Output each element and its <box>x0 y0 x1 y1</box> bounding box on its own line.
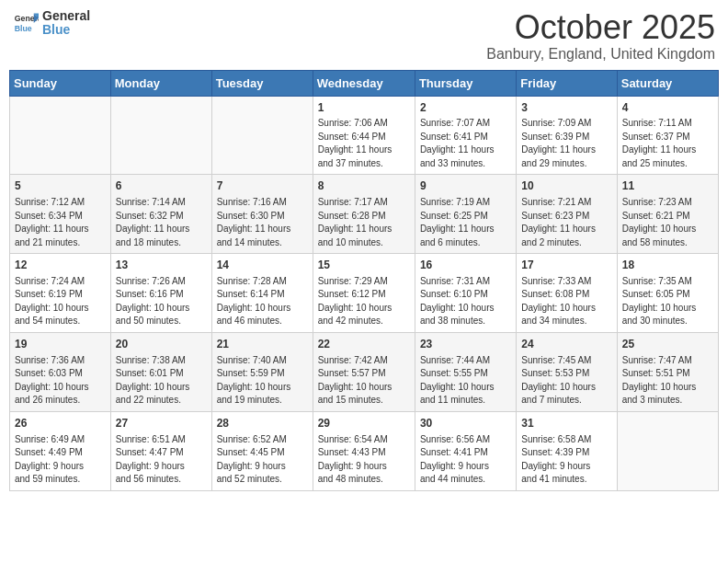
day-cell: 5Sunrise: 7:12 AM Sunset: 6:34 PM Daylig… <box>10 175 111 254</box>
logo-icon: General Blue <box>13 10 39 36</box>
day-number: 31 <box>521 416 611 431</box>
logo-text: General Blue <box>42 9 90 38</box>
week-row-5: 26Sunrise: 6:49 AM Sunset: 4:49 PM Dayli… <box>10 411 719 490</box>
day-number: 19 <box>15 337 106 352</box>
day-cell: 16Sunrise: 7:31 AM Sunset: 6:10 PM Dayli… <box>415 254 516 333</box>
week-row-2: 5Sunrise: 7:12 AM Sunset: 6:34 PM Daylig… <box>10 175 719 254</box>
header-row: SundayMondayTuesdayWednesdayThursdayFrid… <box>10 70 719 96</box>
day-cell: 18Sunrise: 7:35 AM Sunset: 6:05 PM Dayli… <box>617 254 718 333</box>
col-header-tuesday: Tuesday <box>211 70 313 96</box>
day-cell: 2Sunrise: 7:07 AM Sunset: 6:41 PM Daylig… <box>415 96 516 175</box>
day-number: 7 <box>217 178 308 194</box>
day-number: 6 <box>116 178 207 194</box>
day-cell: 13Sunrise: 7:26 AM Sunset: 6:16 PM Dayli… <box>110 254 211 333</box>
day-number: 15 <box>318 258 410 273</box>
day-number: 12 <box>15 258 106 273</box>
day-info: Sunrise: 7:19 AM Sunset: 6:25 PM Dayligh… <box>420 196 511 249</box>
day-number: 30 <box>420 416 511 431</box>
day-cell <box>617 411 718 490</box>
title-area: October 2025 Banbury, England, United Ki… <box>486 9 715 63</box>
day-number: 1 <box>318 100 410 116</box>
day-number: 21 <box>217 337 308 352</box>
day-cell: 4Sunrise: 7:11 AM Sunset: 6:37 PM Daylig… <box>617 96 718 175</box>
col-header-saturday: Saturday <box>617 70 718 96</box>
day-cell: 27Sunrise: 6:51 AM Sunset: 4:47 PM Dayli… <box>110 411 211 490</box>
day-info: Sunrise: 6:51 AM Sunset: 4:47 PM Dayligh… <box>116 433 207 487</box>
day-number: 24 <box>521 337 611 352</box>
day-cell: 31Sunrise: 6:58 AM Sunset: 4:39 PM Dayli… <box>517 411 617 490</box>
day-number: 16 <box>420 258 511 273</box>
day-cell: 28Sunrise: 6:52 AM Sunset: 4:45 PM Dayli… <box>211 411 313 490</box>
day-cell: 1Sunrise: 7:06 AM Sunset: 6:44 PM Daylig… <box>313 96 415 175</box>
day-cell: 29Sunrise: 6:54 AM Sunset: 4:43 PM Dayli… <box>313 411 415 490</box>
day-cell: 14Sunrise: 7:28 AM Sunset: 6:14 PM Dayli… <box>211 254 313 333</box>
day-info: Sunrise: 7:07 AM Sunset: 6:41 PM Dayligh… <box>420 117 511 170</box>
day-number: 2 <box>420 100 511 116</box>
day-info: Sunrise: 6:56 AM Sunset: 4:41 PM Dayligh… <box>420 433 511 487</box>
day-info: Sunrise: 7:14 AM Sunset: 6:32 PM Dayligh… <box>116 196 207 249</box>
day-number: 4 <box>622 100 713 116</box>
logo: General Blue General Blue <box>13 9 90 38</box>
day-info: Sunrise: 7:16 AM Sunset: 6:30 PM Dayligh… <box>217 196 308 249</box>
day-info: Sunrise: 7:38 AM Sunset: 6:01 PM Dayligh… <box>116 354 207 408</box>
day-number: 9 <box>420 178 511 194</box>
day-info: Sunrise: 6:58 AM Sunset: 4:39 PM Dayligh… <box>521 433 611 487</box>
header: General Blue General Blue October 2025 B… <box>9 9 719 63</box>
day-cell: 7Sunrise: 7:16 AM Sunset: 6:30 PM Daylig… <box>211 175 313 254</box>
day-cell: 17Sunrise: 7:33 AM Sunset: 6:08 PM Dayli… <box>517 254 617 333</box>
day-number: 23 <box>420 337 511 352</box>
day-number: 11 <box>622 178 713 194</box>
day-cell: 26Sunrise: 6:49 AM Sunset: 4:49 PM Dayli… <box>10 411 111 490</box>
day-info: Sunrise: 6:54 AM Sunset: 4:43 PM Dayligh… <box>318 433 410 487</box>
month-title: October 2025 <box>486 9 715 46</box>
day-number: 5 <box>15 178 106 194</box>
week-row-4: 19Sunrise: 7:36 AM Sunset: 6:03 PM Dayli… <box>10 332 719 411</box>
day-info: Sunrise: 7:44 AM Sunset: 5:55 PM Dayligh… <box>420 354 511 408</box>
col-header-sunday: Sunday <box>10 70 111 96</box>
day-cell: 15Sunrise: 7:29 AM Sunset: 6:12 PM Dayli… <box>313 254 415 333</box>
day-number: 13 <box>116 258 207 273</box>
day-cell: 21Sunrise: 7:40 AM Sunset: 5:59 PM Dayli… <box>211 332 313 411</box>
day-cell: 9Sunrise: 7:19 AM Sunset: 6:25 PM Daylig… <box>415 175 516 254</box>
day-info: Sunrise: 7:33 AM Sunset: 6:08 PM Dayligh… <box>521 275 611 328</box>
day-info: Sunrise: 7:24 AM Sunset: 6:19 PM Dayligh… <box>15 275 106 328</box>
day-cell: 24Sunrise: 7:45 AM Sunset: 5:53 PM Dayli… <box>517 332 617 411</box>
week-row-3: 12Sunrise: 7:24 AM Sunset: 6:19 PM Dayli… <box>10 254 719 333</box>
day-info: Sunrise: 7:06 AM Sunset: 6:44 PM Dayligh… <box>318 117 410 170</box>
day-number: 28 <box>217 416 308 431</box>
calendar-table: SundayMondayTuesdayWednesdayThursdayFrid… <box>9 70 719 491</box>
day-info: Sunrise: 7:28 AM Sunset: 6:14 PM Dayligh… <box>217 275 308 328</box>
day-cell: 10Sunrise: 7:21 AM Sunset: 6:23 PM Dayli… <box>517 175 617 254</box>
day-info: Sunrise: 7:29 AM Sunset: 6:12 PM Dayligh… <box>318 275 410 328</box>
col-header-friday: Friday <box>517 70 617 96</box>
location-subtitle: Banbury, England, United Kingdom <box>486 46 715 63</box>
day-number: 3 <box>521 100 611 116</box>
logo-general: General <box>42 9 90 23</box>
day-info: Sunrise: 7:12 AM Sunset: 6:34 PM Dayligh… <box>15 196 106 249</box>
day-number: 26 <box>15 416 106 431</box>
day-cell: 19Sunrise: 7:36 AM Sunset: 6:03 PM Dayli… <box>10 332 111 411</box>
day-info: Sunrise: 7:26 AM Sunset: 6:16 PM Dayligh… <box>116 275 207 328</box>
day-cell <box>211 96 313 175</box>
day-number: 8 <box>318 178 410 194</box>
col-header-wednesday: Wednesday <box>313 70 415 96</box>
day-cell: 25Sunrise: 7:47 AM Sunset: 5:51 PM Dayli… <box>617 332 718 411</box>
day-info: Sunrise: 6:52 AM Sunset: 4:45 PM Dayligh… <box>217 433 308 487</box>
day-cell: 30Sunrise: 6:56 AM Sunset: 4:41 PM Dayli… <box>415 411 516 490</box>
day-info: Sunrise: 7:42 AM Sunset: 5:57 PM Dayligh… <box>318 354 410 408</box>
day-cell: 22Sunrise: 7:42 AM Sunset: 5:57 PM Dayli… <box>313 332 415 411</box>
day-cell: 3Sunrise: 7:09 AM Sunset: 6:39 PM Daylig… <box>517 96 617 175</box>
day-info: Sunrise: 7:21 AM Sunset: 6:23 PM Dayligh… <box>521 196 611 249</box>
day-info: Sunrise: 7:09 AM Sunset: 6:39 PM Dayligh… <box>521 117 611 170</box>
day-cell <box>110 96 211 175</box>
day-number: 22 <box>318 337 410 352</box>
day-number: 20 <box>116 337 207 352</box>
day-info: Sunrise: 7:40 AM Sunset: 5:59 PM Dayligh… <box>217 354 308 408</box>
day-number: 18 <box>622 258 713 273</box>
day-number: 29 <box>318 416 410 431</box>
col-header-thursday: Thursday <box>415 70 516 96</box>
day-number: 14 <box>217 258 308 273</box>
day-info: Sunrise: 7:45 AM Sunset: 5:53 PM Dayligh… <box>521 354 611 408</box>
day-cell: 23Sunrise: 7:44 AM Sunset: 5:55 PM Dayli… <box>415 332 516 411</box>
week-row-1: 1Sunrise: 7:06 AM Sunset: 6:44 PM Daylig… <box>10 96 719 175</box>
